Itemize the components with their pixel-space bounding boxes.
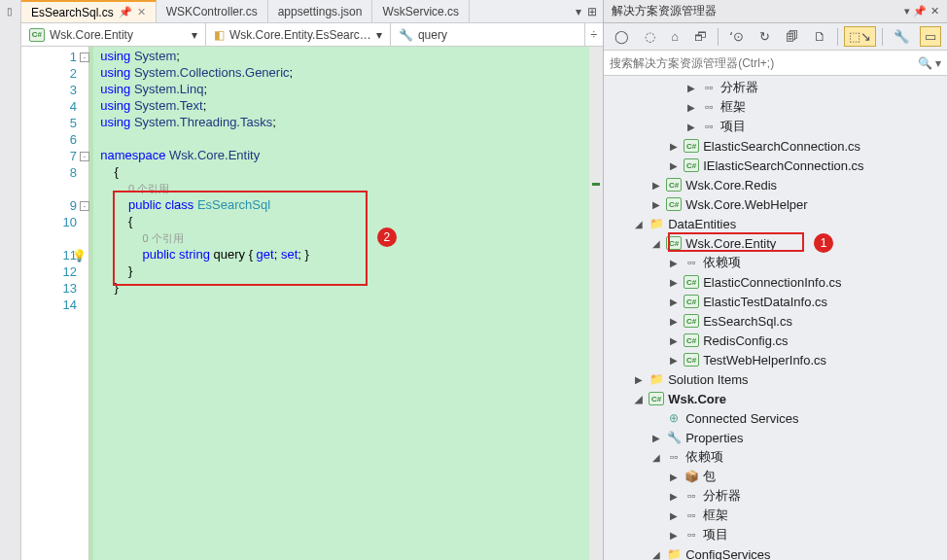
expand-icon[interactable]: ◢ <box>633 219 645 229</box>
tree-node-wsk-core-redis[interactable]: ▶C#Wsk.Core.Redis <box>604 175 947 194</box>
view-icon[interactable]: ⬚↘ <box>844 26 876 47</box>
expand-icon[interactable]: ▶ <box>668 530 680 541</box>
tree-node-properties[interactable]: ▶🔧Properties <box>604 428 947 447</box>
switch-icon[interactable]: 🗗 <box>689 26 712 47</box>
tree-node-elastictestdatainfo-cs[interactable]: ▶C#ElasticTestDataInfo.cs <box>604 292 947 311</box>
collapse-icon[interactable]: 🗐 <box>781 26 803 47</box>
expand-icon[interactable]: ▶ <box>685 122 697 132</box>
tree-node-redisconfig-cs[interactable]: ▶C#RedisConfig.cs <box>604 331 947 350</box>
solution-explorer-title-bar: 解决方案资源管理器 ▾ 📌 ✕ <box>604 0 947 23</box>
expand-icon[interactable]: ▶ <box>685 83 697 93</box>
search-input[interactable] <box>610 56 918 70</box>
tree-node-label: Properties <box>685 431 743 445</box>
tab-appsettings-json[interactable]: appsettings.json <box>268 0 373 22</box>
expand-icon[interactable]: ▶ <box>668 510 680 521</box>
sync-icon[interactable]: ʻ⊙ <box>724 26 749 47</box>
tab-label: WskService.cs <box>382 5 459 18</box>
tab-split-icon[interactable]: ⊞ <box>587 5 597 18</box>
tree-node--[interactable]: ▶▫▫分析器 <box>604 78 947 97</box>
expand-icon[interactable]: ▶ <box>650 433 662 443</box>
tree-node-dataentities[interactable]: ◢📁DataEntities <box>604 214 947 233</box>
expand-icon[interactable]: ▶ <box>668 258 680 268</box>
expand-icon[interactable]: ▶ <box>685 102 697 113</box>
expand-icon[interactable]: ▶ <box>650 180 662 191</box>
nav-member[interactable]: 🔧 query <box>391 23 585 46</box>
tree-node-testwebhelperinfo-cs[interactable]: ▶C#TestWebHelperInfo.cs <box>604 350 947 369</box>
tab-dropdown-icon[interactable]: ▾ <box>576 5 581 18</box>
code-surface[interactable]: using System; using System.Collections.G… <box>89 47 603 560</box>
code-line[interactable] <box>93 297 603 313</box>
tree-node-connected-services[interactable]: ⊕Connected Services <box>604 408 947 428</box>
expand-icon[interactable]: ◢ <box>633 394 645 404</box>
tree-node-elasticsearchconnection-cs[interactable]: ▶C#ElasticSearchConnection.cs <box>604 136 947 156</box>
close-icon[interactable]: ✕ <box>137 6 146 18</box>
solution-tree[interactable]: ▶▫▫分析器▶▫▫框架▶▫▫项目▶C#ElasticSearchConnecti… <box>604 76 947 560</box>
vertical-scrollbar[interactable] <box>589 47 603 560</box>
expand-icon[interactable]: ▶ <box>668 335 680 346</box>
home-icon[interactable]: ⌂ <box>666 26 684 47</box>
expand-icon[interactable]: ▶ <box>650 199 662 210</box>
fold-icon[interactable]: - <box>80 152 89 161</box>
forward-icon[interactable]: ◌ <box>640 26 660 47</box>
nav-class[interactable]: ◧ Wsk.Core.Entity.EsSearchSql ▾ <box>206 23 391 46</box>
tree-node-wsk-core-webhelper[interactable]: ▶C#Wsk.Core.WebHelper <box>604 194 947 214</box>
tree-node-ielasticsearchconnection-cs[interactable]: ▶C#IElasticSearchConnection.cs <box>604 156 947 175</box>
tab-wskcontroller-cs[interactable]: WSKController.cs <box>157 0 268 22</box>
back-icon[interactable]: ◯ <box>610 26 634 47</box>
lightbulb-icon[interactable]: 💡 <box>72 249 87 262</box>
nav-project[interactable]: C# Wsk.Core.Entity ▾ <box>21 23 206 46</box>
show-all-icon[interactable]: 🗋 <box>809 26 831 47</box>
fold-icon[interactable]: - <box>80 52 89 62</box>
refresh-icon[interactable]: ↻ <box>754 26 775 47</box>
tab-wskservice-cs[interactable]: WskService.cs <box>372 0 470 22</box>
tree-node--[interactable]: ▶▫▫框架 <box>604 506 947 525</box>
tree-node-elasticconnectioninfo-cs[interactable]: ▶C#ElasticConnectionInfo.cs <box>604 272 947 292</box>
solution-explorer-search[interactable]: 🔍 ▾ <box>604 51 947 76</box>
expand-icon[interactable]: ▶ <box>668 491 680 502</box>
expand-icon[interactable]: ◢ <box>650 452 662 463</box>
tree-node--[interactable]: ◢▫▫依赖项 <box>604 447 947 467</box>
nav-split[interactable]: ÷ <box>585 23 604 46</box>
code-line[interactable]: using System; <box>93 49 603 65</box>
code-line[interactable]: namespace Wsk.Core.Entity <box>93 148 603 164</box>
code-editor[interactable]: 1-234567-89-1011💡121314 using System; us… <box>21 47 603 560</box>
expand-icon[interactable]: ▶ <box>668 277 680 288</box>
code-line[interactable]: using System.Linq; <box>93 82 603 98</box>
properties-icon[interactable]: ▭ <box>920 26 941 47</box>
tree-node--[interactable]: ▶▫▫项目 <box>604 525 947 544</box>
tree-node-configservices[interactable]: ◢📁ConfigServices <box>604 544 947 560</box>
tab-essearchsql-cs[interactable]: EsSearchSql.cs📌✕ <box>21 0 157 22</box>
expand-icon[interactable]: ▶ <box>668 160 680 171</box>
tree-node-solution-items[interactable]: ▶📁Solution Items <box>604 369 947 389</box>
expand-icon[interactable]: ▶ <box>668 297 680 307</box>
wrench-icon: 🔧 <box>399 28 413 42</box>
code-line[interactable]: { <box>93 164 603 181</box>
code-line[interactable]: using System.Text; <box>93 98 603 115</box>
tree-node--[interactable]: ▶📦包 <box>604 467 947 486</box>
expand-icon[interactable]: ▶ <box>633 374 645 385</box>
solution-explorer-title: 解决方案资源管理器 <box>612 3 717 19</box>
tree-node--[interactable]: ▶▫▫框架 <box>604 97 947 117</box>
code-line[interactable]: using System.Collections.Generic; <box>93 65 603 82</box>
expand-icon[interactable]: ▶ <box>668 472 680 482</box>
tree-node-wsk-core[interactable]: ◢C#Wsk.Core <box>604 389 947 408</box>
tree-node-essearchsql-cs[interactable]: ▶C#EsSearchSql.cs <box>604 311 947 331</box>
wrench-icon[interactable]: 🔧 <box>889 26 914 47</box>
expand-icon[interactable]: ▶ <box>668 141 680 152</box>
tree-node--[interactable]: ▶▫▫项目 <box>604 117 947 136</box>
tree-node--[interactable]: ▶▫▫分析器 <box>604 486 947 506</box>
tool-icon[interactable]: ▯ <box>7 6 13 17</box>
expand-icon[interactable]: ▶ <box>668 355 680 366</box>
fold-icon[interactable]: - <box>80 201 89 211</box>
expand-icon[interactable]: ▶ <box>668 316 680 327</box>
expand-icon[interactable]: ◢ <box>650 549 662 560</box>
expand-icon[interactable]: ◢ <box>650 238 662 249</box>
code-line[interactable] <box>93 131 603 148</box>
close-icon[interactable]: ✕ <box>930 5 939 18</box>
tree-node--[interactable]: ▶▫▫依赖项 <box>604 253 947 272</box>
pin-icon[interactable]: 📌 <box>119 6 132 18</box>
pin-icon[interactable]: ▾ 📌 <box>904 5 927 18</box>
code-line[interactable]: using System.Threading.Tasks; <box>93 115 603 131</box>
line-number: 3 <box>21 82 88 98</box>
search-icon[interactable]: 🔍 ▾ <box>918 56 941 70</box>
